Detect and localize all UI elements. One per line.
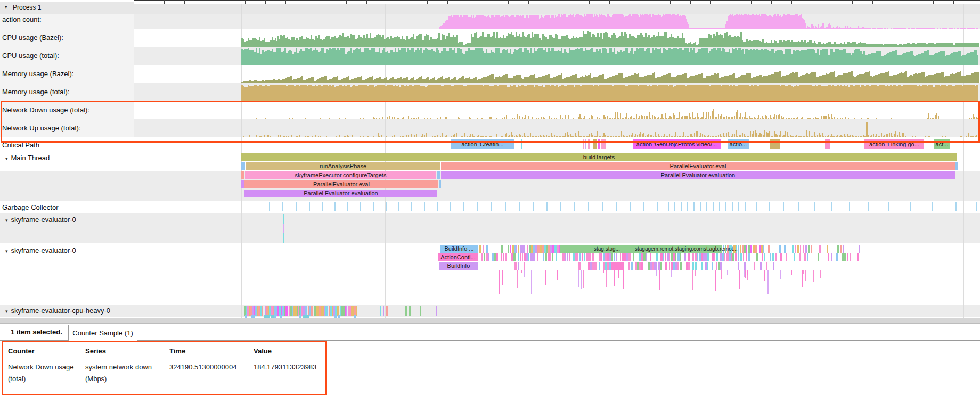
track-row-memory-usage-bazel-[interactable]: Memory usage (Bazel):	[2, 70, 74, 78]
process-1-header[interactable]: ▾ Process 1	[0, 2, 979, 14]
timeline-slice[interactable]: action 'Creatin...	[451, 139, 514, 149]
timeline-slice[interactable]: BuildInfo	[439, 262, 478, 270]
timeline-slice[interactable]	[241, 180, 244, 188]
cell-counter: Network Down usage	[8, 363, 74, 372]
timeline-slice[interactable]: act...	[934, 139, 950, 149]
timeline-slice[interactable]	[521, 139, 522, 149]
cell-time: 324190.51300000004	[169, 363, 237, 372]
collapse-arrow-icon[interactable]: ▾	[5, 156, 8, 161]
collapse-arrow-icon[interactable]: ▾	[5, 218, 8, 223]
slice-overlay-label: stag.stag...	[594, 246, 620, 252]
collapse-arrow-icon[interactable]: ▾	[5, 249, 8, 254]
track-row-network-up-usage-total-[interactable]: Network Up usage (total):	[2, 124, 80, 132]
thread-row-skyframe-evaluator-0[interactable]: ▾skyframe-evaluator-0	[5, 246, 76, 254]
timeline-slice[interactable]	[241, 171, 244, 179]
timeline-slice[interactable]: ActionConti...	[438, 253, 478, 261]
track-label: Memory usage (total):	[2, 88, 69, 96]
thread-row-main-thread[interactable]: ▾Main Thread	[5, 154, 50, 162]
col-value: Value	[254, 346, 272, 357]
panel-separator[interactable]	[0, 318, 980, 324]
track-row-memory-usage-total-[interactable]: Memory usage (total):	[2, 88, 69, 96]
timeline-slice[interactable]	[437, 171, 440, 179]
col-series: Series	[85, 346, 106, 357]
timeline-slice[interactable]: ParallelEvaluator.eval	[441, 162, 955, 170]
timeline-slice[interactable]	[241, 162, 245, 170]
thread-row-garbage-collector[interactable]: Garbage Collector	[2, 203, 59, 211]
col-time: Time	[169, 346, 185, 357]
track-label: Main Thread	[11, 154, 50, 162]
timeline-slice[interactable]: Parallel Evaluator evaluation	[244, 190, 437, 198]
track-row-cpu-usage-total-[interactable]: CPU usage (total):	[2, 52, 59, 60]
thread-row-critical-path[interactable]: Critical Path	[2, 141, 39, 149]
track-label: skyframe-evaluator-0	[11, 216, 76, 224]
tabbar-rule	[0, 340, 980, 341]
thread-row-skyframe-evaluator-cpu-heavy-0[interactable]: ▾skyframe-evaluator-cpu-heavy-0	[5, 307, 110, 315]
timeline-slice[interactable]	[955, 162, 958, 170]
track-row-network-down-usage-total-[interactable]: Network Down usage (total):	[2, 106, 89, 114]
timeline-slices-layer: action 'Creatin...action 'GenObjcProtos …	[0, 0, 980, 318]
timeline-slice[interactable]	[583, 139, 584, 149]
thread-row-skyframe-evaluator-0[interactable]: ▾skyframe-evaluator-0	[5, 216, 76, 224]
cell-series-2: (Mbps)	[85, 374, 107, 384]
table-header-underline	[0, 358, 980, 358]
timeline-slice[interactable]	[770, 139, 780, 149]
track-label: Critical Path	[2, 141, 39, 149]
track-label: Memory usage (Bazel):	[2, 70, 74, 78]
timeline-slice[interactable]: BuildInfo ...	[440, 245, 478, 253]
selection-status: 1 item selected.	[11, 324, 62, 340]
process-title: Process 1	[13, 4, 41, 11]
col-counter: Counter	[8, 346, 35, 357]
collapse-arrow-icon[interactable]: ▾	[5, 309, 8, 314]
track-label: Garbage Collector	[2, 203, 59, 211]
timeline-slice[interactable]: Parallel Evaluator evaluation	[441, 171, 955, 179]
track-row-cpu-usage-bazel-[interactable]: CPU usage (Bazel):	[2, 34, 63, 42]
timeline-slice[interactable]: actio...	[728, 139, 749, 149]
timeline-slice[interactable]	[486, 245, 488, 253]
timeline-slice[interactable]	[593, 139, 597, 149]
timeline-slice[interactable]	[598, 139, 600, 149]
timeline-slice[interactable]	[601, 139, 606, 149]
timeline-slice[interactable]: buildTargets	[241, 153, 957, 161]
timeline-slice[interactable]: action 'GenObjcProtos video/...	[633, 139, 721, 149]
timeline-slice[interactable]: ParallelEvaluator.eval	[244, 180, 438, 188]
timeline-slice[interactable]	[483, 245, 484, 253]
timeline-slice[interactable]	[479, 245, 481, 253]
timeline-slice[interactable]	[439, 180, 441, 188]
cell-series: system network down	[85, 363, 152, 372]
timeline-slice[interactable]: skyframeExecutor.configureTargets	[245, 171, 436, 179]
track-label: skyframe-evaluator-cpu-heavy-0	[11, 307, 110, 315]
timeline-slice[interactable]	[588, 139, 590, 149]
cell-counter-2: (total)	[8, 374, 26, 384]
timeline-slice[interactable]: action 'Linking go...	[864, 139, 924, 149]
track-label: action count:	[2, 15, 42, 23]
collapse-arrow-icon[interactable]: ▾	[5, 4, 7, 10]
track-label: Network Down usage (total):	[2, 106, 89, 114]
track-label: CPU usage (total):	[2, 52, 59, 60]
timeline-slice[interactable]	[825, 139, 830, 149]
track-row-action-count-[interactable]: action count:	[2, 15, 42, 23]
cell-value: 184.1793113323983	[254, 363, 316, 372]
trace-viewer-window: action 'Creatin...action 'GenObjcProtos …	[0, 0, 980, 395]
track-label: Network Up usage (total):	[2, 124, 80, 132]
timeline-slice[interactable]	[585, 139, 586, 149]
slice-overlay-label: stagagem.remot.staging.comst.agb.remot..…	[635, 246, 738, 252]
track-label: CPU usage (Bazel):	[2, 34, 63, 42]
track-label: skyframe-evaluator-0	[11, 246, 76, 254]
tab-counter-sample[interactable]: Counter Sample (1)	[68, 325, 137, 341]
timeline-slice[interactable]: runAnalysisPhase	[246, 162, 440, 170]
